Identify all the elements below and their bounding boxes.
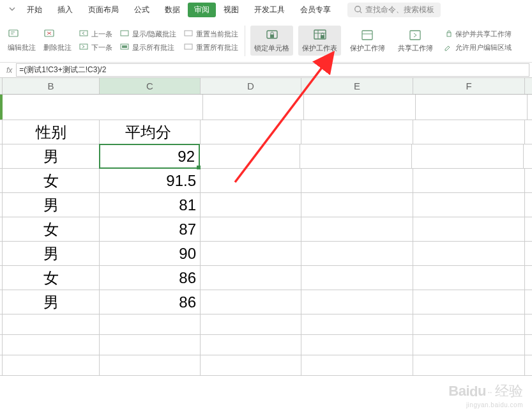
cell-score[interactable]: 91.5 [100,169,201,192]
menu-start[interactable]: 开始 [19,4,50,15]
cell-score[interactable]: 86 [100,290,201,314]
ribbon-reset: 重置当前批注 重置所有批注 [184,27,238,54]
fx-label[interactable]: fx [3,66,16,75]
ribbon-prev-next: 上一条 下一条 [79,27,112,54]
ribbon-delete-comment-label: 删除批注 [43,43,72,52]
cell-gender[interactable]: 男 [3,144,100,168]
cell-score[interactable]: 90 [100,242,201,265]
cell-score[interactable]: 92 [99,144,200,169]
menu-data[interactable]: 数据 [157,4,188,15]
svg-line-1 [360,12,362,13]
svg-rect-5 [80,44,87,49]
menu-page-layout[interactable]: 页面布局 [80,4,126,15]
cell-gender[interactable]: 男 [3,193,100,217]
ribbon-edit-comment[interactable]: 编辑批注 [8,27,36,54]
col-header-C[interactable]: C [100,78,201,94]
ribbon-show-hide-comment[interactable]: 显示/隐藏批注 [120,29,176,39]
empty-row [0,335,532,355]
menu-review[interactable]: 审阅 [188,3,216,17]
col-header-E[interactable]: E [301,78,413,94]
menu-formula[interactable]: 公式 [126,4,157,15]
show-hide-icon [120,30,130,38]
table-row: 男92 [0,144,532,169]
lock-icon [264,28,280,42]
cell-score[interactable]: 81 [100,193,201,217]
allow-edit-button[interactable]: 允许用户编辑区域 [443,43,512,52]
ribbon-show-all-comments[interactable]: 显示所有批注 [120,43,176,52]
protect-wb-label: 保护工作簿 [350,43,385,53]
protect-wb-icon [360,28,376,42]
watermark: Baidu⠒ 经验 jingyan.baidu.com [448,382,523,401]
protect-sheet-button[interactable]: 保护工作表 [298,26,341,56]
svg-rect-19 [410,31,420,40]
svg-rect-8 [122,45,127,48]
search-icon [354,5,363,14]
menu-insert[interactable]: 插入 [50,4,80,15]
protect-sheet-label: 保护工作表 [302,43,337,53]
share-icon [408,28,423,42]
search-box[interactable]: 查找命令、搜索模板 [347,3,441,17]
col-header-B[interactable]: B [3,78,100,94]
ribbon-separator [245,26,245,56]
svg-point-0 [355,6,361,12]
empty-row [0,355,532,376]
ribbon: 编辑批注 删除批注 上一条 下一条 显示/隐藏批注 显示所有批注 重置当前批注 … [0,19,532,63]
svg-rect-17 [362,31,372,40]
reset-current-icon [184,30,194,38]
col-header-D[interactable]: D [201,78,301,94]
table-row: 男86 [0,290,532,314]
cell-gender[interactable]: 女 [3,169,100,192]
rows-container: 语文成绩测试一 性别 平均分 男92女91.5男81女87男90女86男86 [0,95,532,376]
ribbon-show-hide: 显示/隐藏批注 显示所有批注 [120,27,176,54]
cell-score[interactable]: 86 [100,266,201,290]
menu-member[interactable]: 会员专享 [293,4,338,15]
lock-cell-button[interactable]: 锁定单元格 [250,26,293,56]
table-row: 女91.5 [0,169,532,193]
ribbon-prev-comment[interactable]: 上一条 [79,29,112,39]
search-placeholder: 查找命令、搜索模板 [365,4,434,15]
ribbon-reset-all[interactable]: 重置所有批注 [184,43,238,52]
formula-input[interactable]: =(测试1!C3+测试二!C3)/2 [16,63,529,77]
share-label: 共享工作簿 [398,43,433,53]
spreadsheet-grid: B C D E F 语文成绩测试一 性别 平均分 男92女91.5男81女87男… [0,78,532,376]
svg-rect-9 [185,31,192,36]
protect-sheet-icon [312,28,328,42]
menu-bar: 开始 插入 页面布局 公式 数据 审阅 视图 开发工具 会员专享 查找命令、搜索… [0,0,532,19]
ribbon-next-comment[interactable]: 下一条 [79,43,112,52]
cell-gender[interactable]: 男 [3,290,100,314]
title-row: 语文成绩测试一 [0,95,532,120]
svg-rect-10 [185,44,192,49]
svg-rect-20 [447,33,451,36]
table-row: 女86 [0,266,532,290]
ribbon-reset-current[interactable]: 重置当前批注 [184,29,238,39]
ribbon-delete-comment[interactable]: 删除批注 [43,27,72,54]
protect-share-icon [443,30,453,38]
menu-dropdown-icon[interactable] [5,5,19,14]
header-score[interactable]: 平均分 [100,120,201,144]
title-cell[interactable]: 语文成绩测试一 [3,95,203,120]
protect-workbook-button[interactable]: 保护工作簿 [346,26,389,56]
svg-rect-4 [80,31,87,36]
share-workbook-button[interactable]: 共享工作簿 [394,26,437,56]
cell-gender[interactable]: 女 [3,266,100,290]
col-header-F[interactable]: F [413,78,525,94]
ribbon-edit-comment-label: 编辑批注 [8,43,36,52]
lock-cell-label: 锁定单元格 [254,43,289,53]
formula-bar: fx =(测试1!C3+测试二!C3)/2 [0,63,532,78]
reset-all-icon [184,43,194,51]
cell-score[interactable]: 87 [100,217,201,241]
svg-rect-16 [321,35,324,38]
header-gender[interactable]: 性别 [3,120,100,144]
header-row: 性别 平均分 [0,120,532,144]
protect-share-button[interactable]: 保护并共享工作簿 [443,29,512,39]
table-row: 男81 [0,193,532,217]
menu-view[interactable]: 视图 [216,4,247,15]
cell-gender[interactable]: 女 [3,217,100,241]
comment-delete-icon [43,29,56,39]
table-row: 女87 [0,217,532,242]
allow-edit-icon [443,43,453,51]
table-row: 男90 [0,242,532,266]
menu-dev-tools[interactable]: 开发工具 [247,4,293,15]
cell-gender[interactable]: 男 [3,242,100,265]
show-all-icon [120,43,130,51]
